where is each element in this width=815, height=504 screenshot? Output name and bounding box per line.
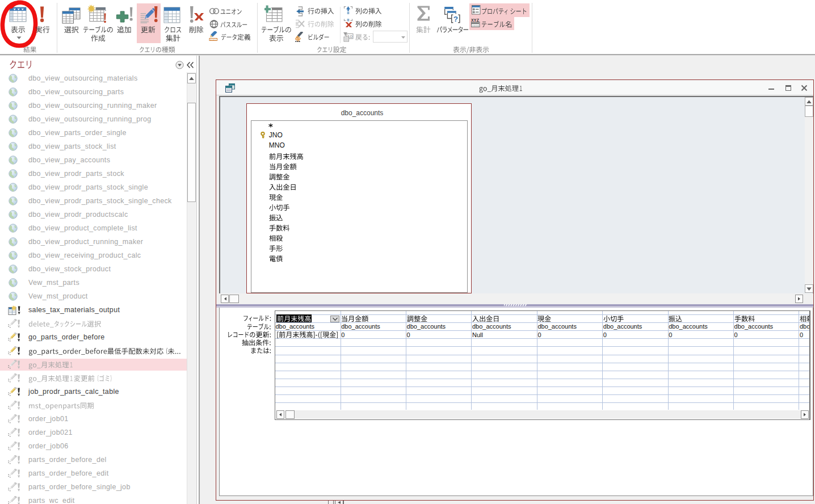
svg-text:XYZ: XYZ	[471, 18, 480, 22]
svg-text:?: ?	[453, 15, 458, 23]
